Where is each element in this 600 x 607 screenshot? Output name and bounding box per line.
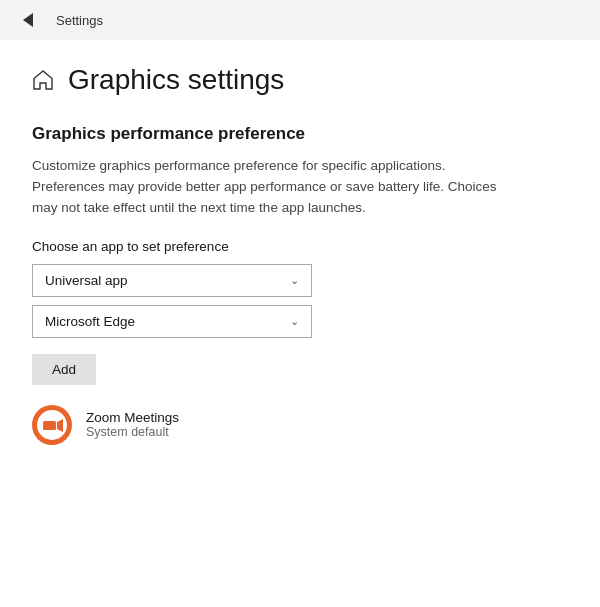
app-name-dropdown-value: Microsoft Edge (45, 314, 135, 329)
app-name: Zoom Meetings (86, 410, 179, 425)
title-bar: Settings (0, 0, 600, 40)
back-arrow-icon (23, 13, 33, 27)
choose-label: Choose an app to set preference (32, 239, 568, 254)
app-preference: System default (86, 425, 179, 439)
app-name-dropdown[interactable]: Microsoft Edge ⌄ (32, 305, 312, 338)
app-type-dropdown-value: Universal app (45, 273, 128, 288)
section-title: Graphics performance preference (32, 124, 568, 144)
section-description: Customize graphics performance preferenc… (32, 156, 512, 219)
zoom-app-icon (32, 405, 72, 445)
chevron-down-icon-2: ⌄ (290, 315, 299, 328)
page-header: Graphics settings (32, 64, 568, 96)
add-button[interactable]: Add (32, 354, 96, 385)
page-title: Graphics settings (68, 64, 284, 96)
app-info: Zoom Meetings System default (86, 410, 179, 439)
app-type-dropdown[interactable]: Universal app ⌄ (32, 264, 312, 297)
chevron-down-icon: ⌄ (290, 274, 299, 287)
back-button[interactable] (16, 8, 40, 32)
titlebar-text: Settings (56, 13, 103, 28)
main-content: Graphics settings Graphics performance p… (0, 40, 600, 607)
home-icon (32, 69, 54, 91)
svg-rect-2 (43, 421, 56, 430)
app-list-item: Zoom Meetings System default (32, 405, 568, 445)
